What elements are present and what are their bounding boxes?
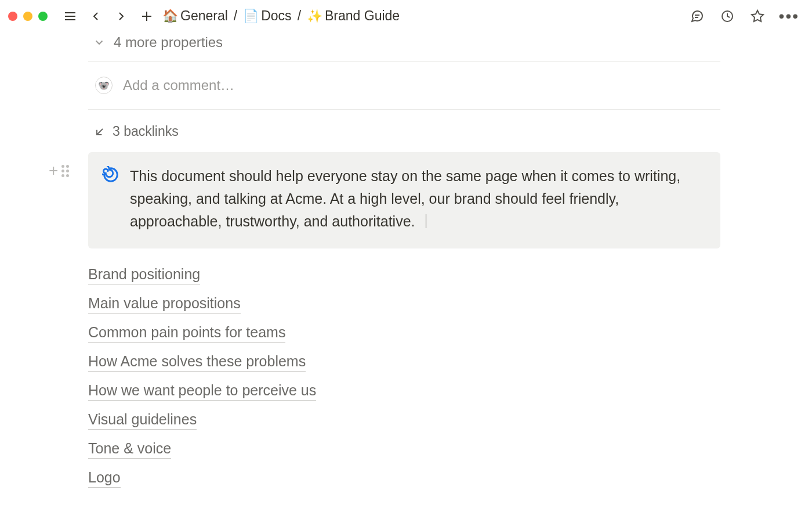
comments-button[interactable] [686, 5, 708, 27]
chevron-right-icon [114, 9, 128, 23]
add-comment-row[interactable]: 🐨 Add a comment… [88, 62, 777, 109]
avatar: 🐨 [95, 77, 113, 94]
breadcrumb-icon-1: 📄 [243, 10, 259, 23]
breadcrumb-label-2: Brand Guide [325, 8, 400, 24]
backlinks-toggle[interactable]: 3 backlinks [88, 110, 777, 152]
topbar-right: ••• [686, 5, 802, 27]
backlinks-arrow-icon [94, 126, 106, 138]
drag-handle[interactable] [61, 165, 69, 177]
plus-icon [140, 9, 154, 23]
ellipsis-icon: ••• [779, 7, 799, 25]
nav-forward-button[interactable] [110, 5, 132, 27]
star-icon [751, 9, 764, 23]
nav-back-button[interactable] [85, 5, 107, 27]
toc-link[interactable]: Logo [88, 469, 121, 488]
text-cursor [426, 214, 427, 228]
menu-button[interactable] [59, 5, 81, 27]
toc-link[interactable]: How Acme solves these problems [88, 353, 306, 372]
spiral-icon [102, 166, 119, 183]
close-window-button[interactable] [8, 12, 17, 21]
breadcrumb-icon-2: ✨ [307, 10, 322, 23]
favorite-button[interactable] [746, 5, 768, 27]
breadcrumb-sep: / [234, 8, 237, 24]
more-properties-toggle[interactable]: 4 more properties [88, 32, 777, 61]
callout-block[interactable]: This document should help everyone stay … [88, 152, 720, 248]
avatar-emoji: 🐨 [98, 80, 110, 91]
clock-icon [720, 9, 734, 23]
comment-placeholder: Add a comment… [123, 77, 234, 93]
breadcrumb[interactable]: 🏠 General / 📄 Docs / ✨ Brand Guide [161, 8, 400, 24]
page-content: 4 more properties 🐨 Add a comment… 3 bac… [0, 32, 812, 488]
toc-link[interactable]: Main value propositions [88, 295, 241, 314]
topbar: 🏠 General / 📄 Docs / ✨ Brand Guide ••• [0, 0, 812, 32]
minimize-window-button[interactable] [23, 12, 32, 21]
block-handles: + [49, 163, 69, 179]
toc-link[interactable]: Visual guidelines [88, 411, 197, 430]
table-of-contents: Brand positioning Main value proposition… [88, 248, 777, 488]
toc-link[interactable]: Brand positioning [88, 266, 200, 284]
hamburger-icon [63, 9, 77, 23]
zoom-window-button[interactable] [38, 12, 48, 21]
more-properties-label: 4 more properties [114, 34, 223, 51]
new-tab-button[interactable] [136, 5, 158, 27]
updates-button[interactable] [716, 5, 738, 27]
window-controls [8, 12, 48, 21]
breadcrumb-label-1: Docs [261, 8, 291, 24]
backlinks-label: 3 backlinks [113, 124, 179, 139]
callout-text[interactable]: This document should help everyone stay … [130, 165, 704, 232]
svg-line-9 [97, 129, 103, 135]
callout-text-content: This document should help everyone stay … [130, 168, 680, 229]
more-menu-button[interactable]: ••• [777, 7, 802, 26]
breadcrumb-sep: / [298, 8, 301, 24]
toc-link[interactable]: Common pain points for teams [88, 324, 285, 343]
add-block-button[interactable]: + [49, 163, 58, 179]
chevron-left-icon [89, 9, 103, 23]
speech-bubble-icon [690, 9, 704, 23]
toc-link[interactable]: Tone & voice [88, 440, 171, 459]
chevron-down-icon [93, 36, 106, 49]
svg-marker-8 [752, 10, 763, 21]
toc-link[interactable]: How we want people to perceive us [88, 382, 316, 401]
breadcrumb-icon-0: 🏠 [162, 10, 178, 23]
breadcrumb-label-0: General [180, 8, 228, 24]
callout-block-wrap: + This document should help everyone sta… [88, 152, 777, 248]
